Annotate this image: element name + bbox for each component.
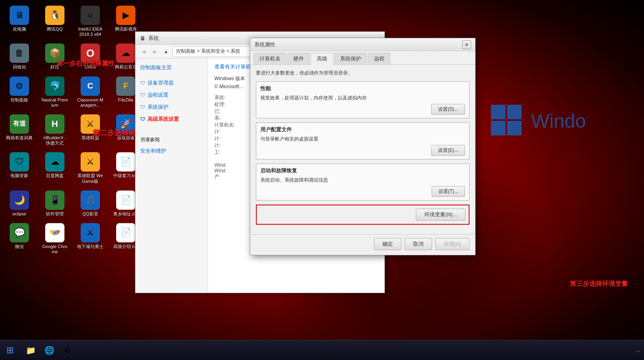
svg-rect-3 — [507, 121, 521, 135]
desktop-icon-youdao[interactable]: 有道 网易有道词典 — [4, 113, 35, 147]
env-btn-container: 环境变量(N)... — [256, 205, 469, 225]
sidebar-reference: 另请参阅 安全和维护 — [135, 133, 208, 157]
tencent-video-icon: ▶ — [116, 6, 135, 25]
advanced-intro-icon: 📄 — [116, 223, 135, 242]
taskbar: ⊞ 📁 🌐 ⚙ ... — [0, 340, 644, 360]
desktop-icon-qq-music[interactable]: 🎵 QQ影音 — [75, 189, 106, 218]
dialog-titlebar: 系统属性 ✕ — [250, 38, 475, 51]
edge-icon: 🌐 — [44, 346, 54, 355]
filezilla-icon: F — [116, 77, 135, 96]
chrome-icon — [45, 223, 64, 242]
wechat-icon: 💬 — [10, 223, 29, 242]
user-profile-title: 用户配置文件 — [260, 126, 465, 133]
desktop-icon-tencent-qq[interactable]: 🐧 腾讯QQ — [39, 4, 70, 39]
gaode-icon: 📄 — [116, 190, 135, 210]
apply-button[interactable]: 应用(A) — [435, 238, 469, 250]
advanced-intro-label: 高级介绍.b... — [113, 244, 138, 249]
environment-variables-button[interactable]: 环境变量(N)... — [416, 209, 465, 221]
classroom-label: Classroom Managem... — [77, 97, 104, 108]
desktop-icon-eclipse[interactable]: 🌙 eclipse — [4, 189, 35, 218]
control-panel-label: 控制面板 — [10, 97, 28, 103]
tab-hardware[interactable]: 硬件 — [287, 53, 310, 64]
desktop-icon-control-panel[interactable]: ⚙ 控制面板 — [4, 75, 35, 110]
file-manager-icon: 📁 — [26, 346, 36, 355]
cancel-button[interactable]: 取消 — [405, 238, 432, 250]
desktop-icon-classroom[interactable]: C Classroom Managem... — [75, 75, 106, 110]
desktop-icon-wechat[interactable]: 💬 微信 — [4, 221, 35, 256]
performance-group: 性能 视觉效果，处理器计划，内存使用，以及虚拟内存 设置(S)... — [256, 81, 469, 118]
intellij-label: IntelliJ IDEA 2018.3 x64 — [77, 27, 104, 37]
svg-rect-0 — [491, 105, 505, 119]
startup-recovery-desc: 系统启动、系统故障和调试信息 — [260, 177, 465, 184]
user-profile-settings-button[interactable]: 设置(E)... — [431, 145, 465, 156]
recycle-bin-icon: 🗑 — [10, 43, 29, 63]
up-button[interactable]: ▲ — [161, 47, 171, 56]
svg-rect-2 — [491, 121, 505, 135]
desktop-icon-recycle[interactable]: 🗑 回收站 — [4, 42, 35, 71]
back-button[interactable]: ◀ — [139, 47, 148, 56]
tab-system-protection[interactable]: 系统保护 — [334, 53, 367, 64]
youdao-label: 网易有道词典 — [6, 135, 33, 141]
pc-manager-label: 电脑管家 — [10, 173, 28, 178]
windows-logo-area: Windo — [483, 81, 644, 161]
desktop-icon-dungeon[interactable]: ⚔ 地下城与勇士 — [75, 221, 106, 256]
sidebar-item-device-manager[interactable]: 🛡 设备管理器 — [135, 77, 208, 89]
startup-recovery-settings-button[interactable]: 设置(T)... — [432, 186, 465, 197]
taskbar-system-icon: ⚙ — [64, 346, 71, 355]
hbuilder-icon: H — [45, 114, 64, 134]
desktop-icon-hbuilder[interactable]: H HBuilderX - 快捷方式 — [39, 113, 70, 147]
youdao-icon: 有道 — [10, 114, 29, 134]
desktop-icon-baidu[interactable]: ☁ 百度网盘 — [39, 151, 70, 185]
sidebar-item-remote[interactable]: 🛡 远程设置 — [135, 89, 208, 101]
desktop-icon-intellij[interactable]: IJ IntelliJ IDEA 2018.3 x64 — [75, 4, 106, 39]
eclipse-label: eclipse — [12, 211, 26, 217]
dungeon-icon: ⚔ — [81, 223, 100, 242]
sidebar-reference-title: 另请参阅 — [135, 133, 208, 145]
my-computer-icon: 🖥 — [10, 6, 29, 25]
sidebar-item-home[interactable]: 控制面板主页 — [135, 62, 208, 74]
desktop-icon-chrome[interactable]: Google Chrome — [39, 221, 70, 256]
dialog-title: 系统属性 — [254, 41, 275, 48]
software-mgmt-label: 软件管理 — [46, 211, 64, 217]
taskbar-app-edge[interactable]: 🌐 — [40, 341, 58, 359]
netease-music-label: 网易云音乐 — [115, 64, 137, 70]
taskbar-app-file-manager[interactable]: 📁 — [22, 341, 39, 359]
forward-button[interactable]: ▶ — [150, 47, 160, 56]
performance-title: 性能 — [260, 85, 465, 92]
admin-notice: 要进行大多数更改，你必须作为管理员登录。 — [256, 70, 469, 77]
dialog-footer: 确定 取消 应用(A) — [250, 234, 475, 255]
start-button[interactable]: ⊞ — [0, 340, 20, 360]
baidu-icon: ☁ — [45, 152, 64, 172]
windows-logo-icon — [491, 105, 523, 137]
qq-music-label: QQ影音 — [82, 211, 98, 217]
desktop-icon-lol-wegame[interactable]: ⚔ 英雄联盟 WeGame版 — [75, 151, 106, 185]
performance-settings-button[interactable]: 设置(S)... — [431, 104, 465, 115]
tab-computer-name[interactable]: 计算机名 — [253, 53, 287, 64]
system-properties-dialog[interactable]: 系统属性 ✕ 计算机名 硬件 高级 系统保护 远程 要进行大多数更改，你必须作为… — [250, 38, 476, 255]
window-sidebar: 控制面板主页 🛡 设备管理器 🛡 远程设置 🛡 系统保护 — [135, 58, 208, 293]
sidebar-item-advanced-settings[interactable]: 🛡 高级系统设置 — [135, 113, 208, 125]
control-panel-icon: ⚙ — [10, 77, 29, 96]
sidebar-item-security[interactable]: 安全和维护 — [135, 145, 208, 157]
desktop-icon-software-mgmt[interactable]: 📱 软件管理 — [39, 189, 70, 218]
tab-remote[interactable]: 远程 — [368, 53, 391, 64]
sidebar-nav: 🛡 设备管理器 🛡 远程设置 🛡 系统保护 🛡 高级系统设置 — [135, 77, 208, 125]
tencent-video-label: 腾讯影视库 — [115, 27, 137, 32]
chrome-label: Google Chrome — [41, 244, 69, 254]
recycle-bin-label: 回收站 — [13, 64, 26, 70]
dialog-close-button[interactable]: ✕ — [462, 40, 471, 49]
system-window-title: 系统 — [148, 35, 159, 42]
taskbar-apps: 📁 🌐 ⚙ — [20, 341, 78, 359]
desktop-icon-navicat[interactable]: 🐬 Navicat Premium — [39, 75, 70, 110]
sidebar-item-system-protect[interactable]: 🛡 系统保护 — [135, 101, 208, 113]
hbuilder-label: HBuilderX - 快捷方式 — [41, 135, 69, 146]
svg-point-7 — [53, 231, 56, 234]
tab-advanced[interactable]: 高级 — [311, 53, 333, 65]
desktop-icon-my-computer[interactable]: 🖥 此电脑 — [4, 4, 35, 39]
eclipse-icon: 🌙 — [10, 190, 29, 210]
taskbar-app-system[interactable]: ⚙ — [59, 341, 77, 359]
desktop-icon-pc-manager[interactable]: 🛡 电脑管家 — [4, 151, 35, 185]
ok-button[interactable]: 确定 — [374, 238, 401, 250]
wechat-label: 微信 — [15, 244, 24, 249]
dialog-body: 要进行大多数更改，你必须作为管理员登录。 性能 视觉效果，处理器计划，内存使用，… — [250, 65, 475, 234]
